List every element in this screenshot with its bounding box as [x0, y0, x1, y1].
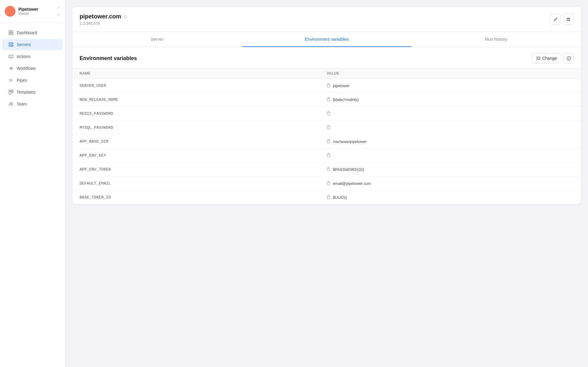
- lock-icon: [327, 83, 331, 88]
- table-row: APP_BASE_DIR /var/www/pipetower: [72, 135, 581, 149]
- sidebar-item-label: Team: [17, 102, 27, 106]
- server-name: pipetower.com: [80, 13, 121, 20]
- sidebar-item-servers[interactable]: Servers: [2, 39, 63, 50]
- svg-rect-14: [11, 92, 13, 93]
- col-header-value: VALUE: [327, 71, 574, 75]
- svg-rect-1: [11, 31, 13, 32]
- main-content: pipetower.com ◇ 1.2.345.678: [65, 0, 588, 367]
- templates-icon: [8, 89, 14, 95]
- env-var-text: $PASSWORD(32): [333, 167, 364, 172]
- change-button[interactable]: Change: [532, 53, 561, 63]
- env-var-text: pipetower: [333, 84, 350, 88]
- lock-icon: [327, 167, 331, 172]
- actions-icon: [8, 54, 14, 59]
- avatar: [5, 6, 15, 17]
- server-version: 1.2.345.678: [80, 21, 127, 26]
- servers-icon: [8, 42, 14, 47]
- user-info: Pipetower Owner: [18, 7, 38, 16]
- env-var-name: DEFAULT_EMAIL: [80, 181, 327, 186]
- env-var-text: email@pipetower.com: [333, 181, 371, 186]
- lock-icon: [327, 111, 331, 116]
- svg-rect-33: [327, 182, 330, 185]
- env-var-value: /var/www/pipetower: [327, 139, 574, 144]
- sidebar-item-label: Servers: [17, 42, 31, 47]
- svg-rect-3: [11, 33, 13, 35]
- sidebar-item-label: Templates: [17, 90, 36, 94]
- sidebar-header: Pipetower Owner ⌃⌄: [0, 0, 65, 23]
- lock-icon: [327, 195, 331, 200]
- svg-rect-30: [327, 141, 330, 143]
- env-title: Environment variables: [80, 55, 137, 62]
- env-var-name: MYSQL_PASSWORD: [80, 125, 327, 130]
- tab-server[interactable]: Server: [72, 32, 242, 47]
- svg-point-25: [568, 57, 569, 57]
- svg-rect-17: [567, 18, 570, 21]
- lock-icon: [327, 153, 331, 158]
- tab-history[interactable]: Run history: [411, 32, 581, 47]
- svg-rect-32: [327, 168, 330, 171]
- table-row: APP_ENV_KEY: [72, 149, 581, 163]
- env-var-text: /var/www/pipetower: [333, 139, 366, 144]
- sidebar-item-pipes[interactable]: Pipes: [2, 75, 63, 86]
- server-header-actions: [550, 14, 574, 25]
- lock-icon: [327, 97, 331, 102]
- table-row: APP_ENV_TOKEN $PASSWORD(32): [72, 163, 581, 177]
- svg-rect-29: [327, 127, 330, 129]
- svg-rect-4: [9, 43, 13, 44]
- sidebar-item-team[interactable]: Team: [2, 98, 63, 110]
- user-role: Owner: [18, 12, 38, 16]
- svg-rect-2: [9, 33, 11, 35]
- sidebar-item-workflows[interactable]: Workflows: [2, 63, 63, 74]
- sidebar-item-actions[interactable]: Actions: [2, 51, 63, 62]
- sidebar-item-label: Actions: [17, 54, 30, 59]
- table-row: BASE_TOKEN_ID $UUID(): [72, 190, 581, 204]
- env-var-name: APP_ENV_TOKEN: [80, 167, 327, 172]
- env-var-name: BASE_TOKEN_ID: [80, 195, 327, 200]
- env-var-value: pipetower: [327, 83, 574, 88]
- sidebar-item-label: Workflows: [17, 66, 36, 71]
- change-label: Change: [542, 56, 557, 61]
- edit-button[interactable]: [550, 14, 561, 25]
- svg-rect-28: [327, 113, 330, 115]
- svg-rect-13: [9, 92, 11, 94]
- sidebar-item-label: Dashboard: [17, 30, 37, 35]
- env-header-actions: Change: [532, 53, 574, 63]
- svg-rect-34: [327, 196, 330, 199]
- table-header: NAME VALUE: [72, 68, 581, 79]
- svg-point-6: [12, 43, 12, 44]
- env-var-name: APP_BASE_DIR: [80, 139, 327, 144]
- content-card: pipetower.com ◇ 1.2.345.678: [72, 7, 581, 204]
- user-name: Pipetower: [18, 7, 38, 12]
- env-var-name: APP_ENV_KEY: [80, 153, 327, 158]
- sidebar-item-templates[interactable]: Templates: [2, 86, 63, 98]
- table-row: NEW_RELEASE_NAME $date(YmdHis): [72, 93, 581, 107]
- env-var-name: SERVER_USER: [80, 84, 327, 88]
- env-var-value: [327, 111, 574, 116]
- pipes-icon: [8, 78, 14, 83]
- sidebar-item-dashboard[interactable]: Dashboard: [2, 27, 63, 38]
- diamond-icon: ◇: [124, 14, 127, 19]
- server-header: pipetower.com ◇ 1.2.345.678: [72, 7, 581, 32]
- sidebar-nav: Dashboard Servers: [0, 23, 65, 367]
- chevron-icon: ⌃⌄: [57, 7, 60, 16]
- svg-point-7: [12, 45, 12, 46]
- env-section: Environment variables Change: [72, 47, 581, 204]
- svg-rect-12: [9, 90, 13, 91]
- svg-rect-31: [327, 155, 330, 157]
- svg-rect-26: [327, 85, 330, 87]
- svg-point-15: [10, 103, 11, 104]
- delete-button[interactable]: [563, 14, 574, 25]
- sidebar: Pipetower Owner ⌃⌄ Dashboard: [0, 0, 65, 367]
- info-button[interactable]: [564, 53, 574, 63]
- env-var-value: $PASSWORD(32): [327, 167, 574, 172]
- table-row: DEFAULT_EMAIL email@pipetower.com: [72, 177, 581, 190]
- server-info: pipetower.com ◇ 1.2.345.678: [80, 13, 127, 26]
- svg-rect-5: [9, 45, 13, 46]
- tab-env[interactable]: Environment variables: [242, 32, 412, 47]
- dashboard-icon: [8, 30, 14, 35]
- env-var-text: $date(YmdHis): [333, 97, 359, 102]
- env-table: SERVER_USER pipetower NEW_RELEASE_NAME $…: [72, 79, 581, 204]
- sidebar-user[interactable]: Pipetower Owner: [5, 6, 38, 17]
- env-header: Environment variables Change: [72, 47, 581, 68]
- tabs: Server Environment variables Run history: [72, 32, 581, 47]
